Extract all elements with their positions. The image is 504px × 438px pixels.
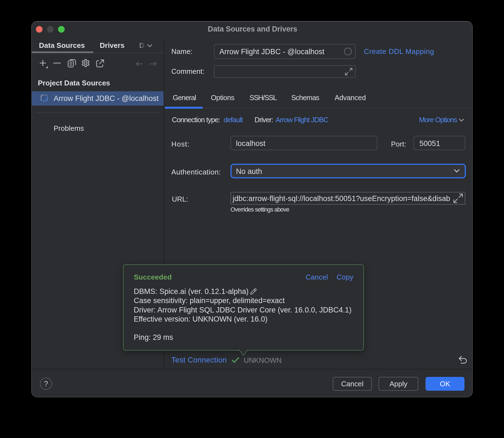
svg-text:?: ?: [44, 380, 48, 388]
